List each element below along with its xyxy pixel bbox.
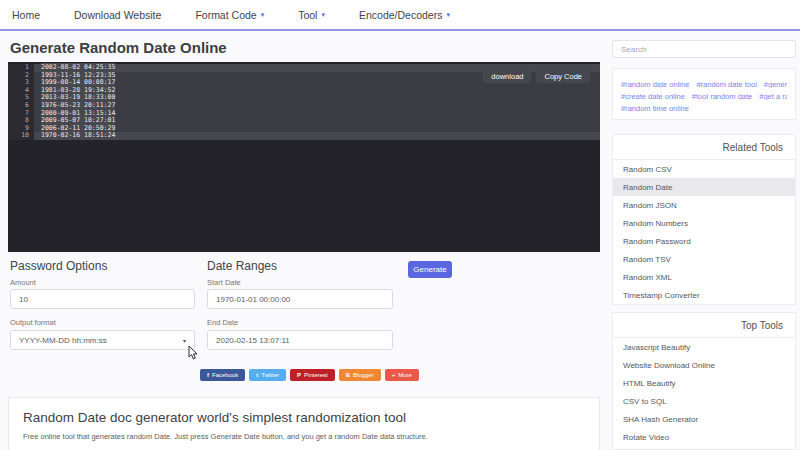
nav-item-format-code[interactable]: Format Code▾ [195, 9, 264, 21]
blogger-icon: B [346, 372, 350, 378]
tag-row: #create date online#tool random date#get… [621, 88, 787, 100]
line-text: 2002-08-02 04:25:35 [41, 63, 115, 71]
line-text: 1976-05-23 20:11:27 [41, 101, 115, 109]
password-options-heading: Password Options [10, 259, 107, 273]
twitter-share-button[interactable]: tTwitter [249, 369, 286, 381]
tag-row: #random date online#random date tool#gen… [621, 76, 787, 88]
tag-row: #random time online [621, 100, 787, 112]
line-text: 2009-05-07 10:27:01 [41, 116, 115, 124]
pinterest-share-button[interactable]: PPinterest [290, 369, 335, 381]
nav-item-label: Format Code [195, 9, 256, 21]
start-date-label: Start Date [207, 278, 241, 287]
share-label: Twitter [261, 372, 279, 378]
line-number: 3 [8, 79, 34, 87]
nav-item-download-website[interactable]: Download Website [74, 9, 161, 21]
select-caret-icon: ▾ [183, 337, 186, 344]
share-label: Pinterest [304, 372, 328, 378]
chevron-down-icon: ▾ [261, 11, 265, 19]
generate-button[interactable]: Generate [408, 261, 452, 278]
sidebar-item-random-csv[interactable]: Random CSV [613, 160, 795, 178]
share-label: Facebook [212, 372, 238, 378]
more-share-button[interactable]: +More [385, 369, 419, 381]
sidebar-item-resize-video[interactable]: Resize Video [613, 446, 795, 450]
output-format-value: YYYY-MM-DD hh:mm:ss [19, 336, 107, 345]
tag-link[interactable]: #random date tool [696, 80, 756, 88]
plus-icon: + [392, 372, 396, 378]
line-number: 2 [8, 72, 34, 80]
sidebar-item-random-xml[interactable]: Random XML [613, 268, 795, 286]
related-tools-card: Related Tools Random CSV Random Date Ran… [612, 134, 796, 305]
share-buttons: fFacebook tTwitter PPinterest BBlogger +… [200, 369, 419, 381]
sidebar-item-random-numbers[interactable]: Random Numbers [613, 214, 795, 232]
page-title: Generate Random Date Online [10, 39, 227, 56]
editor-line: 101970-02-16 18:51:24 [8, 132, 600, 140]
nav-item-label: Encode/Decoders [359, 9, 442, 21]
tag-link[interactable]: #tool random date [692, 92, 752, 100]
search-input[interactable] [612, 40, 796, 58]
copy-code-button[interactable]: Copy Code [536, 69, 590, 83]
start-date-input[interactable] [207, 289, 393, 309]
tag-link[interactable]: #create date online [621, 92, 685, 100]
nav-item-label: Download Website [74, 9, 161, 21]
about-heading: Random Date doc generator world's simple… [23, 410, 585, 425]
share-label: Blogger [353, 372, 374, 378]
output-format-label: Output format [10, 318, 56, 327]
nav-item-home[interactable]: Home [12, 9, 40, 21]
tag-link[interactable]: #random time online [621, 104, 689, 112]
sidebar-item-rotate-video[interactable]: Rotate Video [613, 428, 795, 446]
sidebar-item-javascript-beautify[interactable]: Javascript Beautify [613, 338, 795, 356]
download-button[interactable]: download [483, 69, 531, 83]
twitter-icon: t [256, 372, 258, 378]
line-number: 1 [8, 64, 34, 72]
top-tools-card: Top Tools Javascript Beautify Website Do… [612, 312, 796, 450]
blogger-share-button[interactable]: BBlogger [339, 369, 381, 381]
sidebar-item-website-download-online[interactable]: Website Download Online [613, 356, 795, 374]
output-format-select[interactable]: YYYY-MM-DD hh:mm:ss ▾ [10, 330, 195, 350]
chevron-down-icon: ▾ [321, 11, 325, 19]
sidebar-item-random-date[interactable]: Random Date [613, 178, 795, 196]
end-date-label: End Date [207, 318, 238, 327]
amount-label: Amount [10, 278, 36, 287]
date-ranges-heading: Date Ranges [207, 259, 277, 273]
facebook-share-button[interactable]: fFacebook [200, 369, 245, 381]
sidebar-item-html-beautify[interactable]: HTML Beautify [613, 374, 795, 392]
line-text: 1970-02-16 18:51:24 [41, 131, 115, 139]
nav-item-label: Tool [298, 9, 317, 21]
nav-item-label: Home [12, 9, 40, 21]
sidebar-item-sha-hash-generator[interactable]: SHA Hash Generator [613, 410, 795, 428]
tags-card: #random date online#random date tool#gen… [612, 68, 796, 120]
top-navbar: Home Download Website Format Code▾ Tool▾… [0, 0, 800, 31]
tag-link[interactable]: #generate date online [764, 80, 787, 88]
related-tools-title: Related Tools [613, 135, 795, 160]
sidebar-item-csv-to-sql[interactable]: CSV to SQL [613, 392, 795, 410]
about-description: Free online tool that generates random D… [23, 432, 585, 441]
nav-item-encode-decoders[interactable]: Encode/Decoders▾ [359, 9, 450, 21]
line-number: 8 [8, 117, 34, 125]
about-section: Random Date doc generator world's simple… [8, 397, 600, 450]
sidebar-item-random-tsv[interactable]: Random TSV [613, 250, 795, 268]
sidebar-item-random-json[interactable]: Random JSON [613, 196, 795, 214]
amount-input[interactable] [10, 289, 195, 309]
nav-item-tool[interactable]: Tool▾ [298, 9, 325, 21]
line-text: 1999-08-14 00:08:17 [41, 78, 115, 86]
editor-actions: download Copy Code [483, 69, 590, 83]
tag-link[interactable]: #random date online [621, 80, 689, 88]
sidebar-item-random-password[interactable]: Random Password [613, 232, 795, 250]
line-number: 4 [8, 87, 34, 95]
line-number: 5 [8, 94, 34, 102]
share-label: More [398, 372, 412, 378]
chevron-down-icon: ▾ [446, 11, 450, 19]
sidebar-item-timestamp-converter[interactable]: Timestamp Converter [613, 286, 795, 304]
line-number: 10 [8, 132, 34, 140]
pinterest-icon: P [297, 372, 301, 378]
line-number: 6 [8, 102, 34, 110]
mouse-cursor-icon [188, 346, 198, 360]
facebook-icon: f [207, 372, 209, 378]
end-date-input[interactable] [207, 330, 393, 350]
tag-link[interactable]: #get a random date [759, 92, 787, 100]
code-editor[interactable]: 12002-08-02 04:25:35 21993-11-16 12:23:3… [8, 62, 600, 252]
line-number: 7 [8, 110, 34, 118]
top-tools-title: Top Tools [613, 313, 795, 338]
